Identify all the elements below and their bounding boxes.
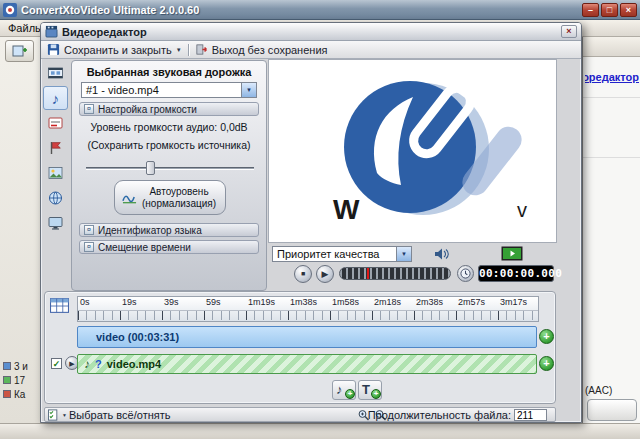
save-and-close-button[interactable]: Сохранить и закрыть ▼ bbox=[47, 43, 182, 56]
video-editor-dialog: Видеоредактор × Сохранить и закрыть ▼ Вы bbox=[40, 22, 582, 423]
main-status-bar bbox=[0, 423, 640, 439]
play-button[interactable]: ▶ bbox=[316, 265, 334, 283]
video-preview: W v bbox=[268, 59, 557, 243]
video-track[interactable]: video (00:03:31) bbox=[77, 326, 537, 348]
ruler-tick-label: 0s bbox=[80, 297, 122, 310]
volume-hint-label: (Сохранить громкость источника) bbox=[72, 139, 266, 151]
text-tool-icon: T bbox=[362, 382, 370, 397]
capture-frame-button[interactable] bbox=[501, 246, 523, 263]
toolbar-separator bbox=[188, 44, 189, 56]
menu-files[interactable]: Файлы bbox=[8, 22, 43, 34]
seek-bar[interactable] bbox=[339, 267, 451, 280]
ruler-tick-label: 59s bbox=[206, 297, 248, 310]
select-all-button[interactable]: ▼ bbox=[48, 409, 67, 421]
autolevel-icon bbox=[122, 191, 137, 205]
background-right-panel: Видеоредактор (AAC) bbox=[582, 37, 640, 423]
audio-track[interactable]: ♪ ? video.mp4 bbox=[77, 354, 537, 374]
save-dropdown-arrow[interactable]: ▼ bbox=[176, 47, 182, 53]
section-offset[interactable]: ¤ Смещение времени bbox=[79, 240, 259, 254]
table-icon bbox=[50, 298, 69, 313]
ruler-tick-label: 1m38s bbox=[290, 297, 332, 310]
duration-label: Продолжительность файла: bbox=[368, 409, 511, 421]
plus-icon: + bbox=[371, 389, 381, 399]
ruler-tick-label: 39s bbox=[164, 297, 206, 310]
audio-track-value: #1 - video.mp4 bbox=[82, 83, 241, 97]
add-text-track-button[interactable]: T + bbox=[358, 380, 382, 400]
row-icon bbox=[3, 376, 11, 384]
audio-track-panel: Выбранная звуковая дорожка #1 - video.mp… bbox=[71, 60, 267, 291]
quality-priority-value: Приоритет качества bbox=[273, 247, 396, 261]
section-language[interactable]: ¤ Идентификатор языка bbox=[79, 223, 259, 237]
monitor-icon bbox=[47, 215, 64, 231]
audio-track-checkbox[interactable]: ✓ bbox=[51, 358, 62, 369]
audio-track-tool[interactable]: ♪ bbox=[43, 86, 68, 110]
timeline-panel: 0s 19s 39s 59s 1m19s 1m38s 1m58s 2m18s 2… bbox=[44, 291, 556, 404]
close-button[interactable]: × bbox=[620, 3, 637, 17]
background-left-panel: 3 и 17 Ка bbox=[0, 37, 41, 423]
section-bullet-icon: ¤ bbox=[84, 242, 94, 252]
dialog-footer: ▼ Выбрать всё/отнять bbox=[44, 407, 556, 422]
volume-level-label: Уровень громкости аудио: 0,0dB bbox=[72, 121, 266, 133]
image-icon bbox=[47, 165, 64, 181]
exit-without-saving-button[interactable]: Выход без сохранения bbox=[195, 43, 328, 56]
volume-slider[interactable] bbox=[86, 161, 254, 175]
background-list-row: Ка bbox=[3, 388, 40, 400]
volume-button[interactable] bbox=[433, 247, 450, 263]
time-display: 00:00:00.000 bbox=[478, 265, 554, 282]
image-tool[interactable] bbox=[43, 161, 68, 185]
slider-groove bbox=[86, 167, 254, 170]
slider-thumb[interactable] bbox=[146, 161, 155, 175]
ruler-tick-label: 19s bbox=[122, 297, 164, 310]
add-audio-button[interactable]: + bbox=[539, 356, 554, 371]
chapters-tool[interactable] bbox=[43, 136, 68, 160]
dialog-title: Видеоредактор bbox=[62, 26, 557, 38]
section-volume[interactable]: ¤ Настройка громкости bbox=[79, 102, 259, 116]
audio-codec-label: (AAC) bbox=[585, 385, 612, 396]
autolevel-button[interactable]: Автоуровень (нормализация) bbox=[114, 180, 226, 215]
timeline-grid-button[interactable] bbox=[50, 298, 69, 315]
stop-button[interactable]: ■ bbox=[294, 265, 312, 283]
globe-icon bbox=[47, 190, 64, 206]
dialog-close-button[interactable]: × bbox=[561, 25, 577, 38]
preview-tool[interactable] bbox=[43, 211, 68, 235]
plus-icon: + bbox=[345, 389, 355, 399]
video-frames-tool[interactable] bbox=[43, 61, 68, 85]
video-editor-link[interactable]: Видеоредактор bbox=[585, 71, 639, 83]
filmstrip-icon bbox=[47, 65, 64, 81]
divider bbox=[583, 97, 640, 98]
add-audio-track-button[interactable]: ♪ + bbox=[332, 380, 356, 400]
section-bullet-icon: ¤ bbox=[84, 104, 94, 114]
playhead-marker[interactable] bbox=[367, 268, 369, 280]
select-all-label[interactable]: Выбрать всё/отнять bbox=[69, 409, 170, 421]
music-note-icon: ♪ bbox=[52, 91, 60, 106]
ruler-tick-label: 2m38s bbox=[416, 297, 458, 310]
clock-icon bbox=[460, 268, 471, 279]
quality-priority-select[interactable]: Приоритет качества ▼ bbox=[272, 246, 412, 262]
background-toolbar-button[interactable] bbox=[5, 40, 34, 62]
subtitles-icon bbox=[47, 115, 64, 131]
audio-track-label: video.mp4 bbox=[107, 358, 161, 370]
ruler-tick-label: 2m57s bbox=[458, 297, 500, 310]
subtitles-tool[interactable] bbox=[43, 111, 68, 135]
maximize-button[interactable]: □ bbox=[601, 3, 618, 17]
music-note-icon: ♪ bbox=[84, 357, 90, 371]
language-tool[interactable] bbox=[43, 186, 68, 210]
chevron-down-icon[interactable]: ▼ bbox=[396, 247, 411, 261]
time-ruler: 0s 19s 39s 59s 1m19s 1m38s 1m58s 2m18s 2… bbox=[77, 296, 539, 322]
unknown-language-badge: ? bbox=[95, 358, 102, 370]
ruler-tick-label: 3m17s bbox=[500, 297, 542, 310]
duration-input[interactable] bbox=[514, 409, 547, 421]
video-track-label: video (00:03:31) bbox=[96, 331, 179, 343]
audio-track-select[interactable]: #1 - video.mp4 ▼ bbox=[81, 82, 257, 98]
add-video-button[interactable]: + bbox=[539, 329, 554, 344]
section-bullet-icon: ¤ bbox=[84, 225, 94, 235]
time-mode-button[interactable] bbox=[457, 265, 474, 282]
save-icon bbox=[47, 43, 60, 56]
row-icon bbox=[3, 362, 11, 370]
chevron-down-icon[interactable]: ▼ bbox=[241, 83, 256, 97]
background-button-fragment[interactable] bbox=[587, 399, 637, 421]
minimize-button[interactable]: – bbox=[582, 3, 599, 17]
panel-title: Выбранная звуковая дорожка bbox=[72, 66, 266, 78]
editor-tool-strip: ♪ bbox=[43, 61, 70, 236]
checklist-icon bbox=[48, 409, 61, 421]
